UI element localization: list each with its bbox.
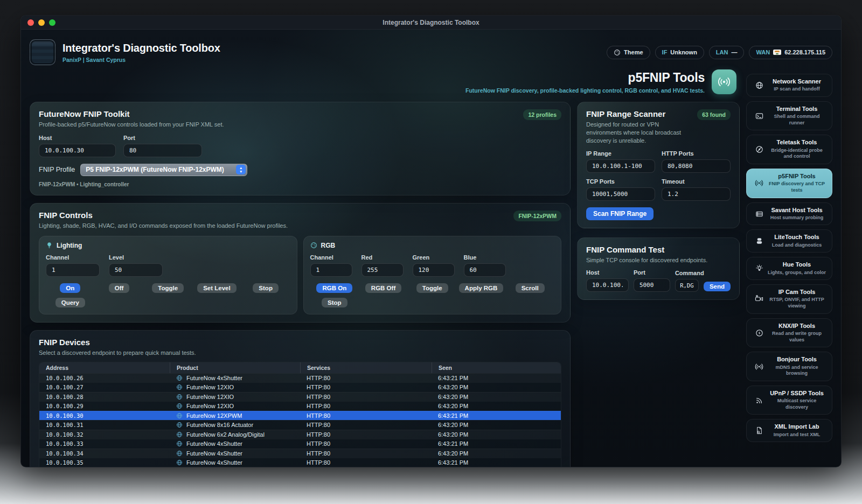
column-header-address[interactable]: Address (39, 362, 170, 373)
command-host-input[interactable] (586, 278, 629, 292)
table-row[interactable]: 10.0.100.29 FutureNow 12XIO (39, 401, 561, 411)
column-header-seen[interactable]: Seen (432, 362, 561, 373)
device-address: 10.0.100.30 (39, 412, 170, 419)
lan-value: — (731, 49, 737, 55)
sidebar-item-subtitle: Bridge-identical probe and control (767, 148, 826, 160)
wan-status-pill[interactable]: WAN 62.228.175.115 (749, 46, 832, 59)
main-columns: FutureNow FNIP Toolkit Profile-backed p5… (30, 102, 832, 467)
device-seen: 6:43:20 PM (432, 384, 561, 390)
sidebar-item[interactable]: KNX/IP Tools Read and write group values (746, 318, 832, 348)
rgb-apply-button[interactable]: Apply RGB (459, 283, 504, 293)
lighting-on-button[interactable]: On (60, 283, 80, 293)
camera-icon (752, 295, 766, 303)
globe-icon (176, 450, 183, 457)
theme-button[interactable]: Theme (607, 46, 650, 59)
lighting-level-input[interactable] (109, 263, 163, 277)
sidebar-item[interactable]: Teletask Tools Bridge-identical probe an… (746, 135, 832, 164)
sidebar-item[interactable]: LiteTouch Tools Load and diagnostics (746, 229, 832, 253)
table-row[interactable]: 10.0.100.31 FutureNow 8x16 Actuator (39, 420, 561, 430)
device-seen: 6:43:20 PM (432, 394, 561, 400)
device-product: FutureNow 6x2 Analog/Digital (186, 431, 265, 438)
rgb-channel-input[interactable] (310, 263, 352, 277)
table-row[interactable]: 10.0.100.33 FutureNow 4xShutter (39, 439, 561, 449)
port-input[interactable] (123, 144, 202, 157)
rgb-green-input[interactable] (413, 263, 455, 277)
rgb-on-button[interactable]: RGB On (316, 283, 352, 293)
rgb-scroll-button[interactable]: Scroll (516, 283, 545, 293)
sidebar-item-label: UPnP / SSDP Tools (767, 390, 826, 397)
window-content: Integrator's Diagnostic Toolbox PanixP |… (21, 30, 841, 467)
wan-ip-value: 62.228.175.115 (784, 49, 825, 55)
sidebar-item[interactable]: Network Scanner IP scan and handoff (746, 74, 832, 97)
lighting-stop-button[interactable]: Stop (253, 283, 279, 293)
list-icon (752, 210, 766, 218)
device-product: FutureNow 4xShutter (186, 375, 242, 381)
device-services: HTTP:80 (300, 384, 432, 390)
lighting-off-button[interactable]: Off (109, 283, 130, 293)
rgb-toggle-button[interactable]: Toggle (416, 283, 448, 293)
device-seen: 6:43:21 PM (432, 459, 561, 466)
ip-range-input[interactable] (586, 159, 655, 173)
device-product: FutureNow 8x16 Actuator (186, 422, 253, 428)
table-row[interactable]: 10.0.100.30 FutureNow 12XPWM (39, 411, 561, 421)
http-ports-input[interactable] (662, 159, 731, 173)
broadcast-icon (752, 179, 766, 187)
broadcast-icon (752, 362, 766, 371)
sidebar-item[interactable]: Hue Tools Lights, groups, and color (746, 257, 832, 280)
host-input[interactable] (39, 144, 116, 157)
sidebar-item[interactable]: Bonjour Tools mDNS and service browsing (746, 352, 832, 381)
rss-icon (752, 396, 766, 404)
host-label: Host (586, 269, 629, 276)
sidebar-item[interactable]: Savant Host Tools Host summary probing (746, 202, 832, 226)
sidebar-item[interactable]: UPnP / SSDP Tools Multicast service disc… (746, 386, 832, 415)
device-services: HTTP:80 (300, 459, 432, 466)
column-header-product[interactable]: Product (170, 362, 300, 373)
table-row[interactable]: 10.0.100.34 FutureNow 4xShutter (39, 449, 561, 458)
lighting-channel-input[interactable] (46, 263, 100, 277)
sidebar-item-label: Teletask Tools (767, 139, 826, 146)
fnip-profile-select[interactable]: P5 FNIP-12xPWM (FutureNow FNIP-12xPWM) ▲… (80, 164, 247, 176)
rgb-blue-input[interactable] (464, 263, 506, 277)
table-row[interactable]: 10.0.100.27 FutureNow 12XIO (39, 382, 561, 392)
timeout-label: Timeout (662, 178, 731, 185)
lighting-query-button[interactable]: Query (55, 298, 85, 307)
blue-label: Blue (464, 254, 506, 261)
send-button[interactable]: Send (704, 282, 731, 291)
timeout-input[interactable] (662, 187, 731, 201)
rgb-card: RGB Channel Red (303, 236, 562, 314)
fnip-command-test-panel: FNIP Command Test Simple TCP console for… (577, 237, 740, 300)
fnip-controls-panel: FNIP Controls Lighting, shade, RGB, HVAC… (30, 203, 571, 323)
devices-table: Address Product Services Seen 10.0.100.2… (39, 362, 561, 467)
if-status-pill[interactable]: IF Unknown (655, 46, 704, 59)
sidebar-item[interactable]: p5FNIP Tools FNIP discovery and TCP test… (746, 169, 832, 198)
rgb-stop-button[interactable]: Stop (322, 298, 347, 307)
command-port-input[interactable] (634, 278, 670, 292)
column-header-services[interactable]: Services (300, 362, 432, 373)
tcp-ports-input[interactable] (586, 187, 655, 201)
sidebar-item[interactable]: Terminal Tools Shell and command runner (746, 101, 832, 131)
bolt-circle-icon (752, 329, 766, 337)
table-row[interactable]: 10.0.100.28 FutureNow 12XIO (39, 392, 561, 402)
sidebar-item[interactable]: XML Import Lab Import and test XML (746, 419, 832, 442)
device-address: 10.0.100.34 (39, 450, 170, 457)
lan-status-pill[interactable]: LAN — (709, 46, 745, 59)
table-row[interactable]: 10.0.100.32 FutureNow 6x2 Analog/Digital (39, 430, 561, 439)
tool-title: p5FNIP Tools (465, 71, 705, 85)
device-services: HTTP:80 (300, 431, 432, 438)
lighting-toggle-button[interactable]: Toggle (152, 283, 184, 293)
globe-icon (176, 375, 183, 381)
rgb-red-input[interactable] (362, 263, 404, 277)
profiles-badge: 12 profiles (523, 109, 561, 120)
xml-doc-icon (752, 426, 766, 435)
scan-fnip-range-button[interactable]: Scan FNIP Range (586, 207, 654, 220)
command-input[interactable]: R,DG (675, 279, 699, 292)
range-scanner-title: FNIP Range Scanner (586, 109, 694, 118)
sidebar-item[interactable]: IP Cam Tools RTSP, ONVIF, and HTTP viewi… (746, 284, 832, 314)
table-row[interactable]: 10.0.100.35 FutureNow 4xShutter (39, 458, 561, 467)
device-product: FutureNow 4xShutter (186, 440, 242, 447)
command-test-subtitle: Simple TCP console for discovered endpoi… (586, 256, 707, 264)
lighting-set-level-button[interactable]: Set Level (197, 283, 237, 293)
table-row[interactable]: 10.0.100.26 FutureNow 4xShutter (39, 373, 561, 383)
sidebar-item-label: Network Scanner (767, 78, 826, 85)
rgb-off-button[interactable]: RGB Off (365, 283, 401, 293)
